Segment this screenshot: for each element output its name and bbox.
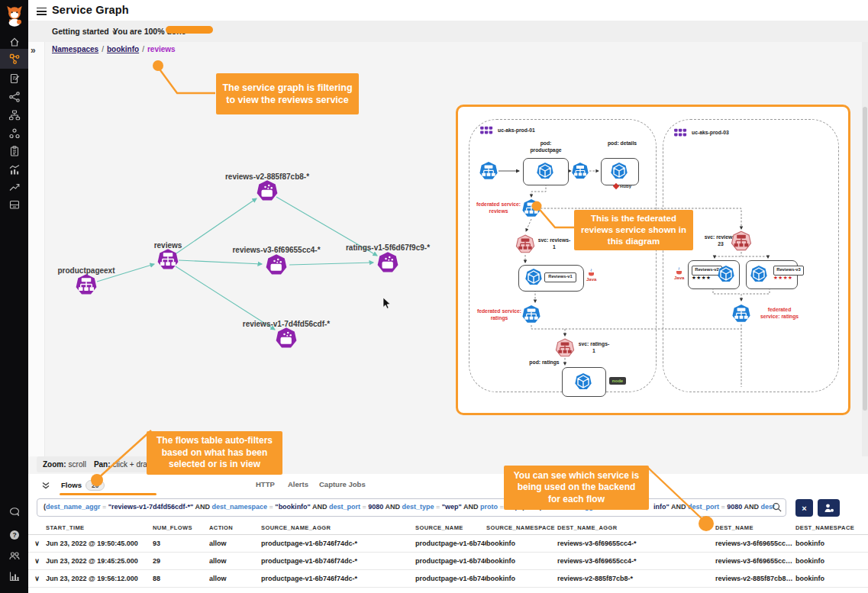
col-num-flows[interactable]: NUM_FLOWS bbox=[153, 524, 209, 531]
breadcrumb-namespaces[interactable]: Namespaces bbox=[52, 45, 98, 53]
search-icon[interactable] bbox=[772, 502, 782, 513]
col-dest-namespace[interactable]: DEST_NAMESPACE bbox=[795, 524, 868, 531]
col-source-name-aggr[interactable]: SOURCE_NAME_AGGR bbox=[261, 524, 415, 531]
tab-http[interactable]: HTTP bbox=[256, 480, 275, 488]
sidebar-item-help[interactable]: ? bbox=[0, 525, 28, 545]
ruby-logo: Ruby bbox=[614, 184, 631, 189]
service-graph-app: ? Service Graph Getting started∨ You are… bbox=[0, 0, 868, 593]
callout-flows-autofilter: The flows table auto-filters based on wh… bbox=[147, 431, 282, 475]
col-dest-name-aggr[interactable]: DEST_NAME_AGGR bbox=[557, 524, 715, 531]
graph-node-reviews-v2[interactable] bbox=[256, 179, 279, 205]
col-dest-name[interactable]: DEST_NAME bbox=[715, 524, 795, 531]
pod-icon bbox=[610, 162, 628, 180]
sidebar-item-chat[interactable] bbox=[0, 502, 28, 522]
table-row[interactable]: ∨ Jun 23, 2022 @ 19:50:45.00072 allowpro… bbox=[28, 588, 868, 593]
scrollbar-thumb[interactable] bbox=[863, 107, 867, 411]
sidebar-item-service-graph[interactable] bbox=[0, 49, 28, 69]
cluster-icon bbox=[479, 125, 495, 137]
row-expand-chevron[interactable]: ∨ bbox=[28, 575, 46, 582]
java-cup-icon bbox=[588, 269, 595, 277]
svc-ratings-1-icon bbox=[555, 338, 575, 358]
federation-diagram-panel: uc-aks-prod-01 pod: productpage pod: det… bbox=[456, 105, 850, 415]
clear-filter-button[interactable]: × bbox=[795, 499, 813, 517]
trend-arrow-icon bbox=[8, 181, 21, 193]
app-header: Service Graph bbox=[28, 0, 868, 21]
filter-query-input[interactable]: (dest_name_aggr = "reviews-v1-7d4fd56cdf… bbox=[37, 498, 786, 517]
table-row[interactable]: ∨ Jun 23, 2022 @ 19:56:12.00088 allowpro… bbox=[28, 570, 868, 588]
pod-icon bbox=[574, 372, 592, 391]
sidebar-item-storage[interactable] bbox=[0, 195, 28, 214]
cluster-name: uc-aks-prod-03 bbox=[692, 130, 729, 137]
col-source-name[interactable]: SOURCE_NAME bbox=[415, 524, 486, 531]
active-tab-underline bbox=[60, 493, 156, 495]
hamburger-menu-icon[interactable] bbox=[37, 5, 47, 14]
pod-icon bbox=[717, 265, 735, 283]
flows-filter-row: (dest_name_aggr = "reviews-v1-7d4fd56cdf… bbox=[28, 496, 868, 520]
progress-bar bbox=[166, 26, 213, 34]
flows-count-badge: 20 bbox=[86, 480, 105, 491]
graph-node-reviews-v3[interactable] bbox=[265, 253, 288, 279]
svc-reviews-1-icon bbox=[515, 234, 535, 254]
clipboard-icon bbox=[8, 145, 21, 157]
tab-capture-jobs[interactable]: Capture Jobs bbox=[319, 480, 366, 488]
graph-node-ratings-v1[interactable] bbox=[376, 251, 399, 277]
expand-panel-button[interactable]: » bbox=[31, 45, 36, 56]
storage-box-icon bbox=[8, 198, 21, 211]
row-expand-chevron[interactable]: ∨ bbox=[28, 540, 46, 547]
tab-flows[interactable]: Flows20 bbox=[61, 480, 105, 491]
col-source-namespace[interactable]: SOURCE_NAMESPACE bbox=[486, 524, 557, 531]
cat-logo-icon bbox=[5, 4, 24, 27]
page-title: Service Graph bbox=[52, 4, 129, 16]
close-icon: × bbox=[802, 504, 806, 513]
sidebar-item-network[interactable] bbox=[0, 87, 28, 107]
federated-reviews-label: federated service: reviews bbox=[472, 201, 525, 215]
java-logo: Java bbox=[674, 267, 684, 280]
tab-alerts[interactable]: Alerts bbox=[288, 480, 308, 488]
service-icon bbox=[479, 161, 499, 181]
sidebar-item-hierarchy[interactable] bbox=[0, 105, 28, 125]
calico-cat-logo bbox=[0, 2, 28, 28]
pod-productpage-label: pod: productpage bbox=[524, 140, 567, 154]
flows-table: START_TIME NUM_FLOWS ACTION SOURCE_NAME_… bbox=[28, 520, 868, 593]
group-circles-icon bbox=[8, 127, 21, 140]
pod-ratings-label: pod: ratings bbox=[529, 359, 560, 366]
home-icon bbox=[8, 36, 21, 48]
pod-icon bbox=[536, 162, 554, 180]
getting-started-dropdown[interactable]: Getting started∨ bbox=[52, 27, 117, 36]
graph-node-reviews-v1[interactable] bbox=[275, 327, 298, 353]
sidebar-item-policies[interactable] bbox=[0, 69, 28, 89]
federated-ratings-label: federated service: ratings bbox=[757, 307, 802, 321]
cluster-icon bbox=[673, 127, 689, 140]
graph-node-productpageext[interactable] bbox=[75, 273, 98, 299]
table-row[interactable]: ∨ Jun 23, 2022 @ 19:45:25.00029 allowpro… bbox=[28, 553, 868, 570]
breadcrumb-reviews: reviews bbox=[147, 45, 176, 53]
sidebar-item-users[interactable] bbox=[0, 546, 28, 566]
bar-chart-icon bbox=[8, 570, 21, 582]
federated-ratings-service-icon bbox=[521, 305, 541, 324]
svc-reviews-23-icon bbox=[731, 230, 752, 252]
svg-text:?: ? bbox=[12, 531, 16, 539]
table-row[interactable]: ∨ Jun 23, 2022 @ 19:50:45.00093 allowpro… bbox=[28, 535, 868, 553]
col-action[interactable]: ACTION bbox=[209, 524, 261, 531]
sidebar-item-compliance[interactable] bbox=[0, 141, 28, 161]
pod-icon bbox=[524, 268, 543, 286]
breadcrumb-bookinfo[interactable]: bookinfo bbox=[107, 45, 139, 53]
federated-ratings-service-icon bbox=[731, 304, 751, 324]
left-sidebar: ? bbox=[0, 0, 28, 593]
reviews-v1-tag: Reviews-v1 bbox=[544, 272, 576, 282]
col-start-time[interactable]: START_TIME bbox=[46, 524, 153, 531]
reviews-v2-stars: ★★★★ bbox=[692, 275, 711, 281]
user-filter-button[interactable] bbox=[818, 499, 840, 517]
sidebar-item-dashboard[interactable] bbox=[0, 566, 28, 586]
chat-bubble-icon bbox=[8, 506, 21, 518]
callout-filtering: The service graph is filtering to view t… bbox=[216, 73, 359, 114]
help-icon: ? bbox=[8, 529, 21, 541]
svc-ratings-1-label: svc: ratings-1 bbox=[577, 341, 611, 355]
stats-chart-icon bbox=[8, 164, 21, 176]
row-expand-chevron[interactable]: ∨ bbox=[28, 557, 46, 565]
graph-node-reviews[interactable] bbox=[156, 248, 179, 274]
svc-reviews-1-label: svc: reviews-1 bbox=[537, 237, 571, 251]
collapse-panel-icon[interactable] bbox=[41, 481, 50, 490]
hierarchy-tree-icon bbox=[8, 109, 21, 121]
users-icon bbox=[8, 549, 21, 562]
